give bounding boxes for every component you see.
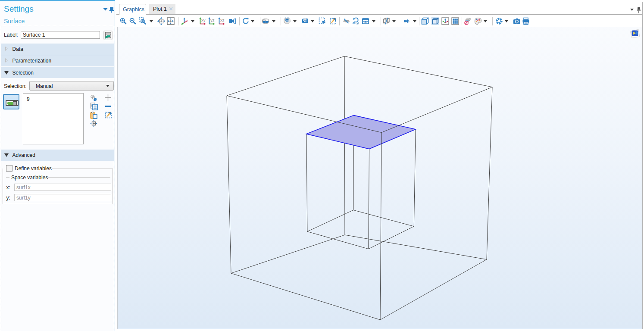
svg-text:xy: xy	[201, 18, 206, 22]
svg-text:yz: yz	[210, 18, 215, 22]
svg-text:xz: xz	[220, 18, 225, 22]
